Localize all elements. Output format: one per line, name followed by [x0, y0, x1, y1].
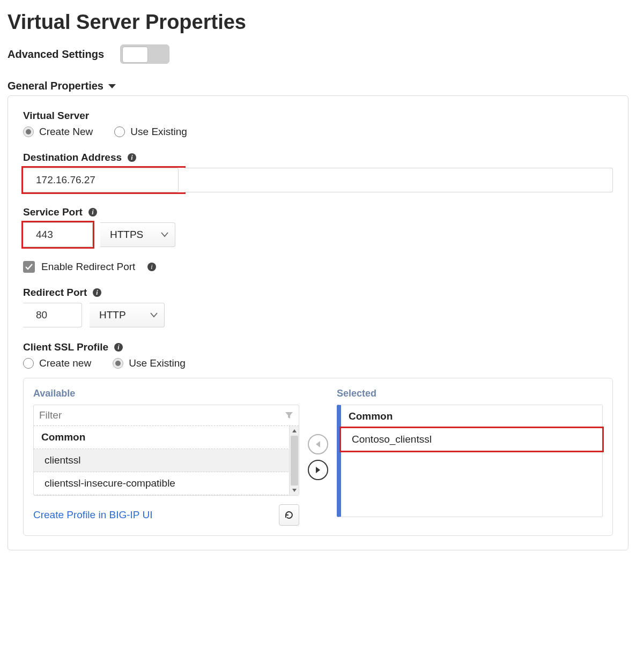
selected-group-header: Common: [341, 405, 602, 428]
svg-text:i: i: [151, 263, 153, 271]
redirect-port-input[interactable]: [23, 303, 82, 327]
enable-redirect-label: Enable Redirect Port: [41, 261, 135, 273]
general-properties-label: General Properties: [8, 80, 103, 92]
client-ssl-label: Client SSL Profile i: [23, 341, 613, 353]
ssl-radio-create-new-label: Create new: [39, 357, 91, 369]
redirect-port-wrap: [23, 303, 82, 327]
chevron-down-icon: [161, 232, 168, 237]
chevron-down-icon: [150, 312, 158, 318]
virtual-server-radio-group: Create New Use Existing: [23, 126, 613, 138]
filter-icon: [285, 411, 293, 420]
destination-address-input[interactable]: [23, 168, 179, 192]
selected-title: Selected: [337, 388, 603, 399]
refresh-button[interactable]: [279, 504, 299, 526]
triangle-right-icon: [315, 466, 321, 474]
advanced-settings-row: Advanced Settings: [8, 44, 628, 64]
destination-address-wrap: [23, 168, 184, 192]
radio-create-new[interactable]: [23, 126, 34, 137]
ssl-radio-use-existing-label: Use Existing: [129, 357, 186, 369]
info-icon[interactable]: i: [92, 288, 102, 297]
destination-address-label: Destination Address i: [23, 152, 613, 163]
triangle-left-icon: [315, 440, 321, 448]
info-icon[interactable]: i: [127, 153, 137, 162]
ssl-profile-duallist: Available Common clientssl clientssl-ins…: [23, 378, 613, 536]
service-protocol-value: HTTPS: [110, 229, 143, 241]
scroll-up-icon: [292, 429, 297, 433]
available-group-header: Common: [34, 426, 299, 449]
service-port-wrap: [23, 222, 93, 247]
info-icon[interactable]: i: [88, 207, 98, 217]
selected-listbox: Common Contoso_clientssl: [337, 405, 603, 517]
selected-item[interactable]: Contoso_clientssl: [341, 428, 602, 451]
service-port-input[interactable]: [23, 222, 93, 247]
refresh-icon: [284, 510, 294, 520]
general-properties-panel: Virtual Server Create New Use Existing D…: [8, 95, 628, 550]
service-protocol-select[interactable]: HTTPS: [100, 222, 175, 247]
enable-redirect-checkbox[interactable]: [23, 261, 35, 273]
radio-use-existing[interactable]: [114, 126, 125, 137]
radio-use-existing-label: Use Existing: [130, 126, 187, 138]
available-title: Available: [33, 388, 299, 399]
redirect-port-label: Redirect Port i: [23, 287, 613, 298]
caret-down-icon: [108, 83, 116, 89]
service-port-label: Service Port i: [23, 206, 613, 218]
scroll-down-icon: [292, 488, 297, 492]
redirect-protocol-select[interactable]: HTTP: [90, 303, 165, 327]
create-profile-link[interactable]: Create Profile in BIG-IP UI: [33, 509, 152, 521]
virtual-server-label: Virtual Server: [23, 110, 613, 122]
filter-input[interactable]: [39, 409, 282, 421]
scrollbar[interactable]: [289, 426, 299, 495]
ssl-radio-use-existing[interactable]: [113, 358, 123, 369]
move-left-button[interactable]: [308, 434, 328, 454]
move-right-button[interactable]: [308, 460, 328, 480]
info-icon[interactable]: i: [147, 262, 157, 272]
info-icon[interactable]: i: [114, 342, 123, 352]
filter-row: [34, 405, 299, 426]
advanced-settings-toggle[interactable]: [120, 44, 169, 64]
available-listbox: Common clientssl clientssl-insecure-comp…: [33, 405, 299, 496]
advanced-settings-label: Advanced Settings: [8, 48, 104, 61]
general-properties-header[interactable]: General Properties: [8, 80, 628, 92]
ssl-radio-create-new[interactable]: [23, 358, 34, 369]
redirect-protocol-value: HTTP: [99, 309, 126, 321]
redirect-protocol-wrap: HTTP: [90, 303, 165, 327]
transfer-buttons: [299, 388, 337, 526]
list-item[interactable]: clientssl-insecure-compatible: [34, 472, 299, 495]
destination-address-ext[interactable]: [184, 168, 613, 192]
radio-create-new-label: Create New: [39, 126, 93, 138]
page-title: Virtual Server Properties: [8, 11, 628, 34]
service-protocol-wrap: HTTPS: [100, 222, 175, 247]
list-item[interactable]: clientssl: [34, 449, 299, 472]
